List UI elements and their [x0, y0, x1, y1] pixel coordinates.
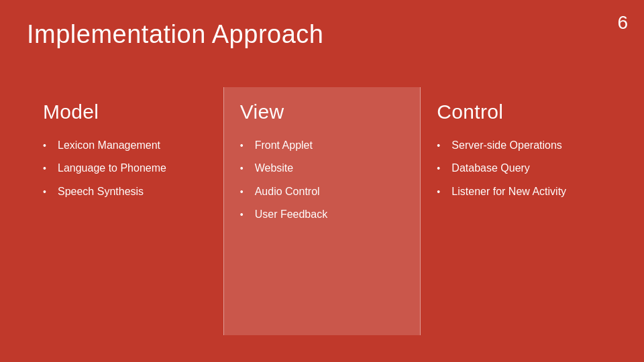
list-item: •Speech Synthesis — [43, 184, 207, 199]
list-item-text: Language to Phoneme — [58, 161, 166, 176]
view-column: View •Front Applet•Website•Audio Control… — [223, 87, 421, 335]
list-item-text: Audio Control — [255, 184, 320, 199]
list-item: •Audio Control — [240, 184, 405, 199]
list-item-text: User Feedback — [255, 207, 328, 222]
list-item: •Database Query — [437, 161, 601, 176]
control-header: Control — [437, 101, 601, 123]
list-item: •Server-side Operations — [437, 138, 601, 153]
model-list: •Lexicon Management•Language to Phoneme•… — [43, 138, 207, 199]
bullet-icon: • — [240, 186, 250, 199]
list-item-text: Front Applet — [255, 138, 313, 153]
list-item: •User Feedback — [240, 207, 405, 222]
list-item: •Listener for New Activity — [437, 184, 601, 199]
control-column: Control •Server-side Operations•Database… — [421, 87, 617, 335]
list-item: •Front Applet — [240, 138, 405, 153]
view-header: View — [240, 101, 405, 123]
page-title: Implementation Approach — [27, 20, 323, 49]
list-item-text: Speech Synthesis — [58, 184, 144, 199]
list-item: •Lexicon Management — [43, 138, 207, 153]
bullet-icon: • — [437, 139, 446, 153]
bullet-icon: • — [240, 139, 250, 153]
bullet-icon: • — [240, 208, 250, 222]
list-item: •Website — [240, 161, 405, 176]
list-item: •Language to Phoneme — [43, 161, 207, 176]
bullet-icon: • — [240, 162, 250, 176]
list-item-text: Website — [255, 161, 294, 176]
page-number: 6 — [617, 12, 628, 34]
list-item-text: Database Query — [451, 161, 530, 176]
bullet-icon: • — [437, 186, 446, 199]
model-column: Model •Lexicon Management•Language to Ph… — [27, 87, 223, 335]
list-item-text: Listener for New Activity — [451, 184, 566, 199]
bullet-icon: • — [43, 162, 52, 176]
model-header: Model — [43, 101, 207, 123]
control-list: •Server-side Operations•Database Query•L… — [437, 138, 601, 199]
bullet-icon: • — [43, 139, 52, 153]
list-item-text: Server-side Operations — [451, 138, 562, 153]
list-item-text: Lexicon Management — [58, 138, 160, 153]
bullet-icon: • — [43, 186, 52, 199]
content-area: Model •Lexicon Management•Language to Ph… — [27, 87, 617, 335]
view-list: •Front Applet•Website•Audio Control•User… — [240, 138, 405, 223]
bullet-icon: • — [437, 162, 446, 176]
